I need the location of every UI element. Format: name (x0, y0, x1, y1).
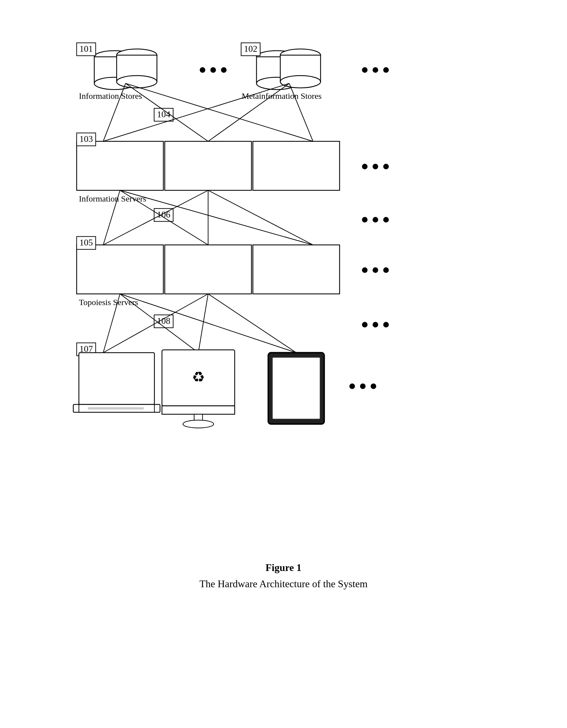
svg-point-8 (210, 67, 216, 73)
svg-rect-27 (77, 141, 163, 190)
svg-point-75 (371, 383, 376, 389)
meta-stores-label: Metainformation Stores (242, 91, 322, 100)
topoiesis-num: 105 (79, 237, 93, 247)
crossbar3-num: 108 (157, 316, 170, 326)
svg-rect-28 (165, 141, 252, 190)
svg-rect-29 (253, 141, 339, 190)
svg-point-60 (383, 322, 389, 327)
figure-caption: Figure 1 The Hardware Architecture of th… (200, 560, 367, 592)
info-servers-label: Information Servers (79, 194, 146, 203)
diagram-area: 101 Information Stores 102 Metainformati… (60, 17, 507, 549)
svg-point-73 (349, 383, 355, 389)
svg-rect-72 (273, 357, 320, 419)
svg-point-18 (372, 67, 378, 73)
svg-rect-46 (253, 245, 339, 294)
svg-rect-64 (88, 407, 144, 409)
svg-line-56 (198, 294, 208, 353)
svg-rect-44 (77, 245, 163, 294)
svg-line-37 (120, 190, 313, 245)
svg-point-48 (362, 267, 367, 273)
svg-point-58 (362, 322, 367, 327)
info-stores-num: 101 (79, 44, 93, 54)
page: 101 Information Stores 102 Metainformati… (0, 0, 567, 728)
monitor-icon: ♻ (192, 369, 205, 385)
svg-line-54 (120, 294, 296, 353)
meta-stores-num: 102 (244, 44, 257, 54)
svg-point-41 (362, 217, 367, 223)
svg-point-17 (362, 67, 367, 73)
svg-point-74 (360, 383, 365, 389)
svg-point-15 (280, 76, 320, 88)
info-servers-num: 103 (79, 134, 93, 144)
svg-line-36 (120, 190, 208, 245)
svg-rect-45 (165, 245, 252, 294)
svg-line-53 (120, 294, 198, 353)
svg-point-49 (372, 267, 378, 273)
svg-point-33 (383, 164, 389, 169)
topoiesis-label: Topoiesis Servers (79, 298, 138, 307)
figure-title-line2: The Hardware Architecture of the System (200, 576, 367, 592)
svg-point-70 (183, 420, 214, 428)
svg-point-43 (383, 217, 389, 223)
figure-title-line1: Figure 1 (200, 560, 367, 576)
svg-line-57 (208, 294, 296, 353)
crossbar1-num: 104 (157, 109, 170, 119)
svg-point-5 (117, 76, 157, 88)
svg-rect-62 (79, 353, 154, 404)
svg-point-59 (372, 322, 378, 327)
svg-point-42 (372, 217, 378, 223)
svg-point-50 (383, 267, 389, 273)
svg-point-19 (383, 67, 389, 73)
svg-line-40 (208, 190, 313, 245)
svg-point-7 (200, 67, 205, 73)
svg-rect-68 (162, 406, 235, 414)
svg-point-31 (362, 164, 367, 169)
svg-point-9 (221, 67, 227, 73)
svg-point-32 (372, 164, 378, 169)
info-stores-label: Information Stores (79, 91, 142, 100)
